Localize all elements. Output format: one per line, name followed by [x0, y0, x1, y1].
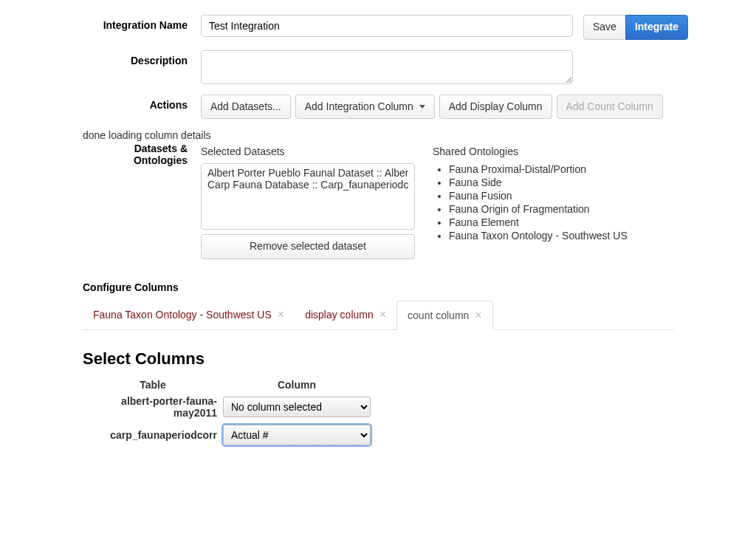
column-select-0[interactable]: No column selected — [223, 397, 371, 417]
dataset-item[interactable]: Carp Fauna Database :: Carp_faunaperiodc… — [207, 179, 408, 191]
ontology-item: Fauna Fusion — [449, 190, 673, 202]
tab-fauna-taxon[interactable]: Fauna Taxon Ontology - Southwest US × — [83, 301, 295, 329]
ontology-item: Fauna Element — [449, 216, 673, 228]
select-columns-heading: Select Columns — [83, 349, 673, 369]
ontology-item: Fauna Origin of Fragmentation — [449, 203, 673, 215]
table-header-table: Table — [83, 379, 223, 391]
close-icon[interactable]: × — [379, 308, 386, 321]
integration-name-label: Integration Name — [83, 15, 201, 31]
add-integration-column-button[interactable]: Add Integration Column — [295, 95, 435, 120]
datasets-listbox[interactable]: Albert Porter Pueblo Faunal Dataset :: A… — [201, 163, 415, 230]
save-button[interactable]: Save — [583, 15, 626, 40]
table-row-label: carp_faunaperiodcorr — [83, 429, 223, 441]
column-select-1[interactable]: Actual # — [223, 425, 371, 445]
ontology-item: Fauna Taxon Ontology - Southwest US — [449, 230, 673, 242]
tab-label: count column — [408, 309, 469, 321]
add-datasets-button[interactable]: Add Datasets... — [201, 95, 291, 120]
ontology-item: Fauna Side — [449, 177, 673, 188]
tab-display-column[interactable]: display column × — [295, 301, 396, 329]
dataset-item[interactable]: Albert Porter Pueblo Faunal Dataset :: A… — [207, 167, 408, 179]
add-integration-column-label: Add Integration Column — [305, 100, 413, 112]
loading-status: done loading column details — [83, 129, 673, 141]
tab-count-column[interactable]: count column × — [396, 301, 493, 330]
add-count-column-button: Add Count Column — [557, 95, 663, 120]
table-row-label: albert-porter-fauna-may2011 — [83, 395, 223, 419]
ontology-item: Fauna Proximal-Distal/Portion — [449, 163, 673, 175]
selected-datasets-heading: Selected Datasets — [201, 146, 415, 157]
tab-label: Fauna Taxon Ontology - Southwest US — [93, 309, 272, 321]
ontologies-list: Fauna Proximal-Distal/Portion Fauna Side… — [433, 163, 673, 242]
description-textarea[interactable] — [201, 50, 573, 84]
actions-label: Actions — [83, 95, 201, 111]
integrate-button[interactable]: Integrate — [625, 15, 688, 40]
close-icon[interactable]: × — [475, 309, 481, 322]
close-icon[interactable]: × — [278, 308, 284, 321]
caret-down-icon — [419, 105, 425, 109]
datasets-ontologies-label: Datasets & Ontologies — [83, 143, 201, 166]
column-tabs: Fauna Taxon Ontology - Southwest US × di… — [83, 301, 673, 330]
remove-dataset-button[interactable]: Remove selected dataset — [201, 234, 415, 259]
configure-columns-heading: Configure Columns — [83, 281, 673, 293]
shared-ontologies-heading: Shared Ontologies — [433, 146, 673, 157]
table-header-column: Column — [223, 379, 371, 391]
description-label: Description — [83, 50, 201, 66]
integration-name-input[interactable] — [201, 15, 573, 37]
add-display-column-button[interactable]: Add Display Column — [439, 95, 552, 120]
tab-label: display column — [305, 309, 374, 321]
